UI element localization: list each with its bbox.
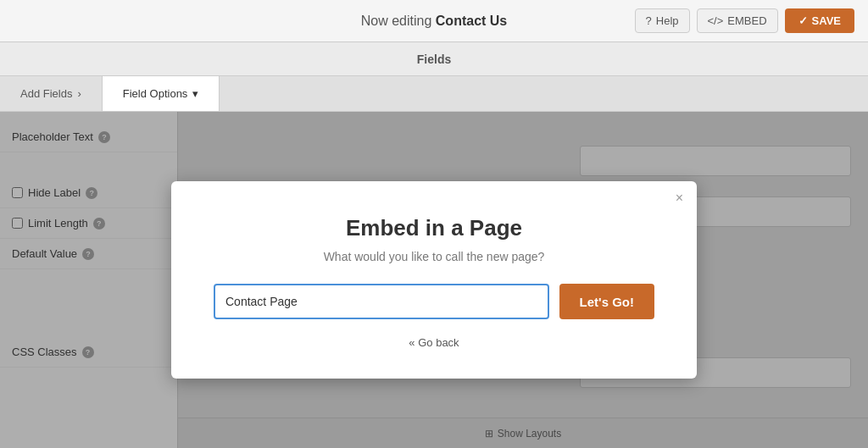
modal-title: Embed in a Page	[214, 215, 654, 241]
page-name-input[interactable]	[214, 284, 549, 319]
save-button[interactable]: ✓ SAVE	[785, 8, 854, 33]
code-icon: </>	[708, 14, 724, 27]
editing-title: Now editing Contact Us	[361, 14, 508, 29]
check-icon: ✓	[798, 14, 808, 27]
help-circle-icon: ?	[646, 14, 652, 27]
tab-add-fields-label: Add Fields	[20, 87, 72, 100]
modal-subtitle: What would you like to call the new page…	[214, 250, 654, 263]
tab-bar: Add Fields › Field Options ▾	[0, 76, 868, 112]
tab-field-options[interactable]: Field Options ▾	[103, 76, 220, 111]
modal-input-row: Let's Go!	[214, 284, 654, 319]
help-button[interactable]: ? Help	[635, 8, 690, 33]
fields-bar: Fields	[0, 42, 868, 76]
go-back-link[interactable]: « Go back	[409, 336, 459, 349]
top-bar-actions: ? Help </> EMBED ✓ SAVE	[635, 8, 854, 33]
embed-button[interactable]: </> EMBED	[697, 8, 778, 33]
lets-go-button[interactable]: Let's Go!	[559, 284, 654, 319]
top-bar: Now editing Contact Us ? Help </> EMBED …	[0, 0, 868, 42]
modal-overlay: × Embed in a Page What would you like to…	[0, 112, 868, 448]
tab-add-fields[interactable]: Add Fields ›	[0, 76, 103, 111]
modal: × Embed in a Page What would you like to…	[171, 181, 697, 379]
tab-field-options-label: Field Options	[123, 87, 188, 100]
chevron-down-icon: ▾	[192, 87, 198, 100]
go-back-link-container: « Go back	[214, 336, 654, 349]
modal-close-button[interactable]: ×	[676, 191, 683, 205]
chevron-right-icon: ›	[77, 87, 81, 100]
main-content: Placeholder Text ? Hide Label ? Limit Le…	[0, 112, 868, 448]
